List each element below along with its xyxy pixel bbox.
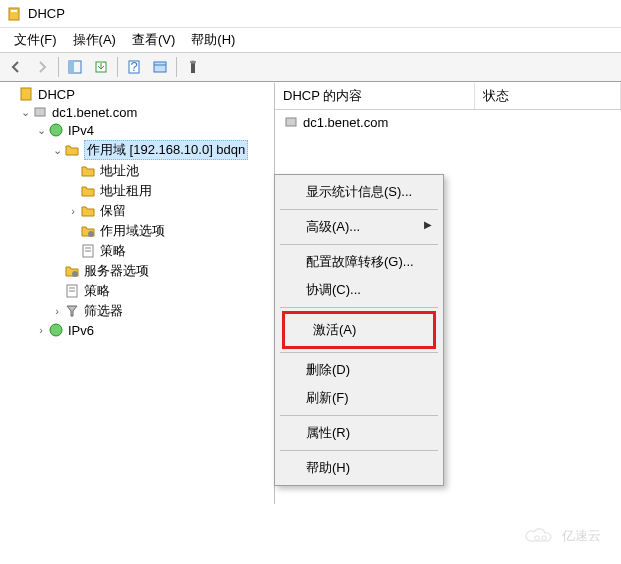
list-cell: dc1.benet.com <box>303 115 388 130</box>
tree-filters[interactable]: › 筛选器 <box>2 301 272 321</box>
watermark-text: 亿速云 <box>562 527 601 545</box>
menu-help[interactable]: 帮助(H) <box>278 454 440 482</box>
menu-advanced[interactable]: 高级(A)... ▶ <box>278 213 440 241</box>
menu-delete[interactable]: 删除(D) <box>278 356 440 384</box>
policy-icon <box>64 283 80 299</box>
menubar: 文件(F) 操作(A) 查看(V) 帮助(H) <box>0 28 621 52</box>
server-icon <box>32 104 48 120</box>
menu-action[interactable]: 操作(A) <box>65 29 124 51</box>
context-menu: 显示统计信息(S)... 高级(A)... ▶ 配置故障转移(G)... 协调(… <box>274 174 444 486</box>
menu-view[interactable]: 查看(V) <box>124 29 183 51</box>
tree-policies-server[interactable]: 策略 <box>2 281 272 301</box>
expander-closed-icon[interactable]: › <box>66 205 80 217</box>
expander-open-icon[interactable]: ⌄ <box>50 144 64 157</box>
dhcp-app-icon <box>6 6 22 22</box>
tree-label: 筛选器 <box>84 302 123 320</box>
toolbar-separator <box>176 57 177 77</box>
tree-reservations[interactable]: › 保留 <box>2 201 272 221</box>
toolbar: ? <box>0 52 621 82</box>
folder-icon <box>80 163 96 179</box>
tree-label: IPv6 <box>68 323 94 338</box>
tree-policies-scope[interactable]: 策略 <box>2 241 272 261</box>
menu-activate[interactable]: 激活(A) <box>285 316 433 344</box>
menu-refresh[interactable]: 刷新(F) <box>278 384 440 412</box>
menu-separator <box>280 209 438 210</box>
expander-open-icon[interactable]: ⌄ <box>34 124 48 137</box>
folder-icon <box>80 183 96 199</box>
help-button[interactable]: ? <box>122 55 146 79</box>
list-row[interactable]: dc1.benet.com <box>277 112 619 132</box>
tree-label: 策略 <box>84 282 110 300</box>
show-hide-tree-button[interactable] <box>63 55 87 79</box>
options-icon <box>64 263 80 279</box>
tree-pane: DHCP ⌄ dc1.benet.com ⌄ IPv4 ⌄ 作用域 [192.1… <box>0 83 275 504</box>
tree-label: 保留 <box>100 202 126 220</box>
properties-button[interactable] <box>148 55 172 79</box>
forward-button[interactable] <box>30 55 54 79</box>
svg-rect-3 <box>69 61 74 73</box>
menu-help[interactable]: 帮助(H) <box>183 29 243 51</box>
tree-label: dc1.benet.com <box>52 105 137 120</box>
submenu-arrow-icon: ▶ <box>424 219 432 230</box>
tree-ipv6[interactable]: › IPv6 <box>2 321 272 339</box>
window-title: DHCP <box>28 6 65 21</box>
menu-label: 高级(A)... <box>306 219 360 234</box>
menu-separator <box>280 307 438 308</box>
ipv4-icon <box>48 122 64 138</box>
tree-label: 作用域选项 <box>100 222 165 240</box>
svg-rect-23 <box>286 118 296 126</box>
col-name[interactable]: DHCP 的内容 <box>275 83 475 109</box>
policy-icon <box>80 243 96 259</box>
folder-icon <box>64 142 80 158</box>
action-button[interactable] <box>181 55 205 79</box>
svg-point-18 <box>72 271 78 277</box>
menu-separator <box>280 352 438 353</box>
menu-show-stats[interactable]: 显示统计信息(S)... <box>278 178 440 206</box>
tree-address-leases[interactable]: 地址租用 <box>2 181 272 201</box>
tree-label: 地址租用 <box>100 182 152 200</box>
expander-closed-icon[interactable]: › <box>50 305 64 317</box>
svg-rect-1 <box>11 10 17 12</box>
svg-point-14 <box>88 231 94 237</box>
tree-server[interactable]: ⌄ dc1.benet.com <box>2 103 272 121</box>
toolbar-separator <box>58 57 59 77</box>
tree-label: 地址池 <box>100 162 139 180</box>
col-status[interactable]: 状态 <box>475 83 621 109</box>
filter-icon <box>64 303 80 319</box>
menu-properties[interactable]: 属性(R) <box>278 419 440 447</box>
expander-closed-icon[interactable]: › <box>34 324 48 336</box>
menu-separator <box>280 244 438 245</box>
svg-rect-11 <box>21 88 31 100</box>
cloud-icon <box>524 526 556 546</box>
titlebar: DHCP <box>0 0 621 28</box>
tree-label: 策略 <box>100 242 126 260</box>
toolbar-separator <box>117 57 118 77</box>
menu-file[interactable]: 文件(F) <box>6 29 65 51</box>
list-body: dc1.benet.com <box>275 110 621 134</box>
dhcp-icon <box>18 86 34 102</box>
tree-label: IPv4 <box>68 123 94 138</box>
tree-scope[interactable]: ⌄ 作用域 [192.168.10.0] bdqn <box>2 139 272 161</box>
tree-root-dhcp[interactable]: DHCP <box>2 85 272 103</box>
watermark: 亿速云 <box>524 526 601 546</box>
tree-address-pool[interactable]: 地址池 <box>2 161 272 181</box>
menu-configure-failover[interactable]: 配置故障转移(G)... <box>278 248 440 276</box>
expander-open-icon[interactable]: ⌄ <box>18 106 32 119</box>
svg-point-22 <box>50 324 62 336</box>
ipv6-icon <box>48 322 64 338</box>
svg-point-24 <box>535 536 539 540</box>
svg-rect-0 <box>9 8 19 20</box>
svg-point-13 <box>50 124 62 136</box>
tree-label: 服务器选项 <box>84 262 149 280</box>
menu-reconcile[interactable]: 协调(C)... <box>278 276 440 304</box>
tree-scope-options[interactable]: 作用域选项 <box>2 221 272 241</box>
export-button[interactable] <box>89 55 113 79</box>
tree-server-options[interactable]: 服务器选项 <box>2 261 272 281</box>
highlight-annotation: 激活(A) <box>282 311 436 349</box>
menu-separator <box>280 415 438 416</box>
back-button[interactable] <box>4 55 28 79</box>
svg-point-25 <box>542 536 546 540</box>
list-header: DHCP 的内容 状态 <box>275 83 621 110</box>
menu-separator <box>280 450 438 451</box>
tree-ipv4[interactable]: ⌄ IPv4 <box>2 121 272 139</box>
